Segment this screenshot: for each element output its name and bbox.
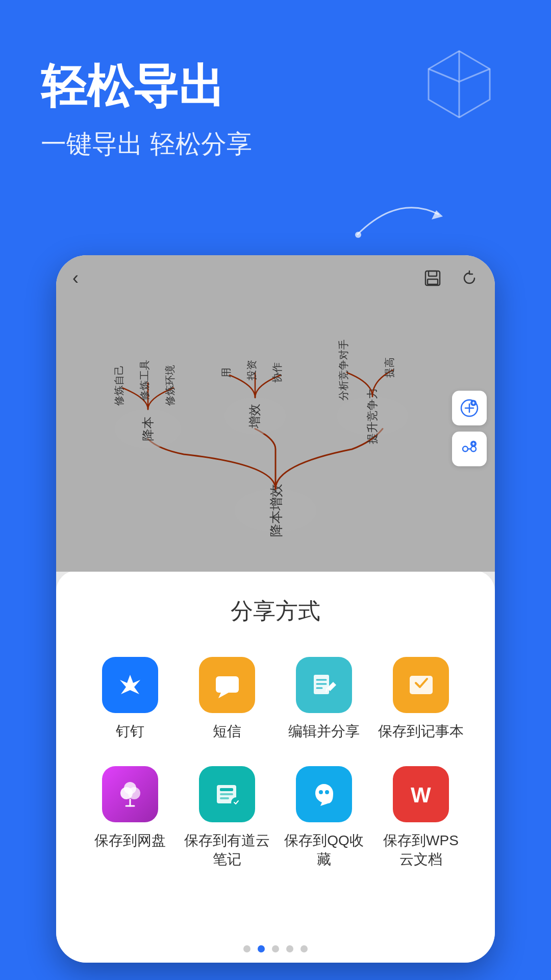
share-item-qq[interactable]: 保存到QQ收藏 xyxy=(281,766,367,869)
svg-point-15 xyxy=(471,447,476,452)
sms-icon xyxy=(199,657,255,713)
dot-4[interactable] xyxy=(286,945,293,952)
sms-label: 短信 xyxy=(213,722,241,741)
svg-text:分析竞争对手: 分析竞争对手 xyxy=(338,339,349,401)
share-item-dingding[interactable]: 钉钉 xyxy=(87,657,173,741)
youdao-label: 保存到有道云笔记 xyxy=(184,831,270,869)
edit-share-icon xyxy=(296,657,352,713)
svg-text:W: W xyxy=(411,783,431,807)
svg-rect-7 xyxy=(428,279,438,284)
add-node-button[interactable] xyxy=(452,391,487,426)
share-item-notes[interactable]: 保存到记事本 xyxy=(378,657,464,741)
phone-mockup: ‹ xyxy=(56,255,495,963)
svg-text:协作: 协作 xyxy=(271,362,283,383)
dingding-icon xyxy=(102,657,158,713)
svg-rect-36 xyxy=(216,676,239,693)
svg-rect-50 xyxy=(220,788,233,791)
dot-2-active[interactable] xyxy=(258,945,265,952)
svg-text:修炼工具: 修炼工具 xyxy=(139,360,150,401)
dot-5[interactable] xyxy=(300,945,308,952)
save-button[interactable] xyxy=(419,265,446,291)
svg-marker-37 xyxy=(218,693,229,698)
page-dots xyxy=(56,930,495,963)
svg-text:用: 用 xyxy=(220,368,232,378)
svg-text:增效: 增效 xyxy=(247,404,261,429)
svg-rect-6 xyxy=(429,271,437,276)
share-title: 分享方式 xyxy=(87,596,464,626)
svg-point-3 xyxy=(355,232,361,238)
share-grid: 钉钉 短信 xyxy=(87,657,464,869)
link-node-button[interactable] xyxy=(452,432,487,467)
dot-3[interactable] xyxy=(272,945,279,952)
svg-point-53 xyxy=(231,797,241,807)
svg-text:提高: 提高 xyxy=(384,357,395,378)
svg-rect-52 xyxy=(220,797,229,799)
svg-text:投资: 投资 xyxy=(246,360,257,381)
top-header: 轻松导出 一键导出 轻松分享 xyxy=(0,0,551,265)
svg-rect-51 xyxy=(220,793,233,795)
svg-line-1 xyxy=(429,69,459,82)
refresh-button[interactable] xyxy=(456,265,483,291)
netdisk-label: 保存到网盘 xyxy=(94,831,166,850)
mindmap-area: ‹ xyxy=(56,255,495,572)
phone-container: ‹ xyxy=(0,255,551,963)
curve-arrow-icon xyxy=(347,184,449,245)
notes-label: 保存到记事本 xyxy=(378,722,464,741)
share-item-netdisk[interactable]: 保存到网盘 xyxy=(87,766,173,869)
svg-point-54 xyxy=(319,790,323,794)
notes-icon xyxy=(393,657,449,713)
wps-icon: W xyxy=(393,766,449,822)
svg-text:降本增效: 降本增效 xyxy=(268,484,284,537)
svg-text:降本: 降本 xyxy=(141,416,155,441)
dot-1[interactable] xyxy=(243,945,251,952)
share-item-sms[interactable]: 短信 xyxy=(184,657,270,741)
netdisk-icon xyxy=(102,766,158,822)
share-item-youdao[interactable]: 保存到有道云笔记 xyxy=(184,766,270,869)
share-item-edit[interactable]: 编辑并分享 xyxy=(281,657,367,741)
svg-text:修炼环境: 修炼环境 xyxy=(164,365,176,406)
svg-point-46 xyxy=(124,782,136,794)
svg-point-14 xyxy=(463,447,468,452)
sub-title: 一键导出 轻松分享 xyxy=(41,127,510,161)
wps-label: 保存到WPS云文档 xyxy=(378,831,464,869)
mindmap-diagram: 降本增效 降本 修炼自己 修炼工具 修炼环境 增效 xyxy=(56,291,495,572)
youdao-icon xyxy=(199,766,255,822)
edit-share-label: 编辑并分享 xyxy=(288,722,360,741)
svg-text:修炼自己: 修炼自己 xyxy=(113,365,124,406)
cube-icon xyxy=(418,41,500,122)
svg-point-55 xyxy=(325,790,329,794)
dingding-label: 钉钉 xyxy=(116,722,144,741)
toolbar-right xyxy=(419,265,483,291)
qq-icon xyxy=(296,766,352,822)
qq-label: 保存到QQ收藏 xyxy=(281,831,367,869)
back-button[interactable]: ‹ xyxy=(68,263,83,293)
share-item-wps[interactable]: W 保存到WPS云文档 xyxy=(378,766,464,869)
share-bottom-sheet: 分享方式 钉钉 xyxy=(56,571,495,930)
side-buttons xyxy=(452,391,487,467)
mindmap-toolbar: ‹ xyxy=(56,255,495,301)
